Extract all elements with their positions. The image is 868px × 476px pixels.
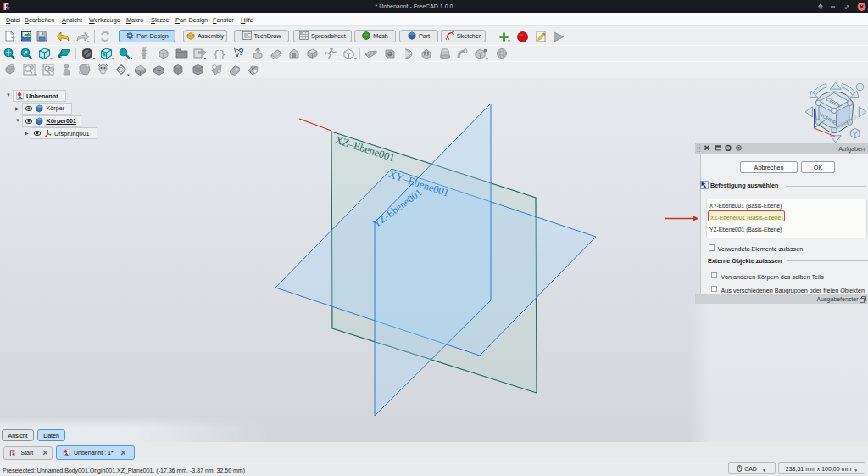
- svg-text:{}: {}: [213, 48, 225, 60]
- svg-text:?: ?: [238, 47, 244, 57]
